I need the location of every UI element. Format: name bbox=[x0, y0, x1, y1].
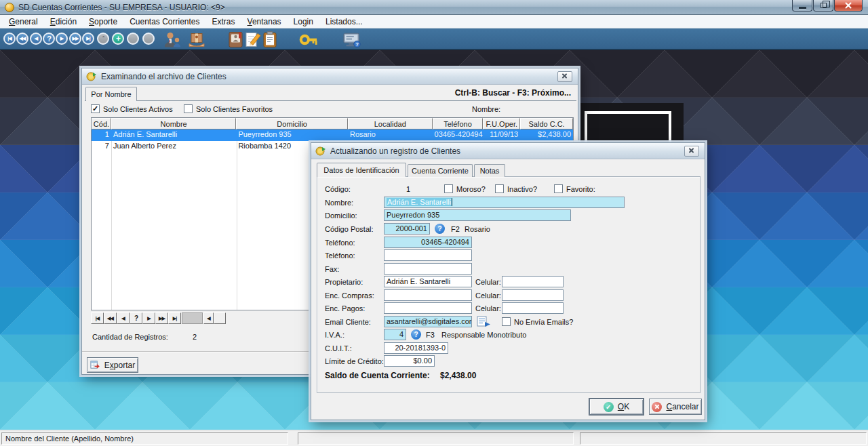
column-header-nombre[interactable]: Nombre bbox=[111, 118, 236, 129]
nav-prev-button[interactable]: ◀ bbox=[30, 33, 42, 45]
iva-field[interactable]: 4 bbox=[384, 329, 406, 340]
clipboard-icon bbox=[262, 31, 277, 49]
grid-header: Cód. Nombre Domicilio Localidad Teléfono… bbox=[92, 118, 573, 129]
menu-general[interactable]: General bbox=[3, 16, 44, 28]
export-button[interactable]: Exportar bbox=[87, 357, 138, 373]
nombre-field[interactable]: Adrián E. Santarelli bbox=[384, 197, 625, 208]
fax-field[interactable] bbox=[384, 263, 472, 275]
favorite-clients-checkbox[interactable] bbox=[184, 104, 193, 113]
add-record-button[interactable]: + bbox=[112, 33, 124, 45]
support-button[interactable]: ? bbox=[342, 31, 361, 49]
close-button[interactable] bbox=[834, 0, 863, 12]
send-email-button[interactable] bbox=[477, 316, 491, 329]
celular3-field[interactable] bbox=[502, 302, 564, 314]
moroso-checkbox[interactable] bbox=[444, 184, 453, 193]
telefono2-field[interactable] bbox=[384, 249, 472, 261]
cell-cod: 1 bbox=[92, 129, 111, 141]
nav-fast-next-button[interactable]: ▶▶ bbox=[69, 33, 81, 45]
contacts-button[interactable] bbox=[228, 31, 244, 49]
grid-nav-next-button[interactable]: ▶ bbox=[142, 312, 155, 324]
menu-ventanas[interactable]: Ventanas bbox=[241, 16, 288, 28]
menu-extras[interactable]: Extras bbox=[206, 16, 241, 28]
hscroll-spacer-button[interactable] bbox=[214, 312, 226, 324]
restore-button[interactable] bbox=[813, 0, 833, 12]
limite-credito-field[interactable]: $0.00 bbox=[384, 355, 435, 367]
telefono1-field[interactable]: 03465-420494 bbox=[384, 237, 472, 248]
nav-search-button[interactable]: ? bbox=[43, 33, 55, 45]
grid-nav-first-button[interactable]: |◀ bbox=[91, 312, 104, 324]
login-key-button[interactable] bbox=[299, 31, 318, 49]
menu-login[interactable]: Login bbox=[288, 16, 319, 28]
grid-nav-prev-button[interactable]: ◀ bbox=[117, 312, 130, 324]
cancel-button[interactable]: Cancelar bbox=[649, 399, 702, 415]
menu-bar: General Edición Soporte Cuentas Corrient… bbox=[0, 15, 868, 28]
cp-localidad-text: Rosario bbox=[465, 225, 490, 233]
tab-cuenta-corriente[interactable]: Cuenta Corriente bbox=[408, 164, 473, 177]
inactivo-checkbox[interactable] bbox=[495, 184, 504, 193]
editor-close-button[interactable] bbox=[684, 146, 699, 157]
grid-nav-fast-next-button[interactable]: ▶▶ bbox=[155, 312, 168, 324]
articles-button[interactable] bbox=[187, 31, 206, 49]
grid-nav-last-button[interactable]: ▶| bbox=[168, 312, 181, 324]
menu-soporte[interactable]: Soporte bbox=[83, 16, 123, 28]
status-text: Nombre del Cliente (Apellido, Nombre) bbox=[5, 434, 134, 443]
domicilio-field[interactable]: Pueyrredon 935 bbox=[384, 209, 571, 221]
minimize-button[interactable] bbox=[792, 0, 812, 12]
clipboard-button[interactable] bbox=[262, 31, 277, 49]
clients-button[interactable] bbox=[163, 31, 182, 49]
tab-notas[interactable]: Notas bbox=[474, 164, 505, 177]
column-header-fuoper[interactable]: F.U.Oper. bbox=[483, 118, 520, 129]
help-badge-icon[interactable] bbox=[435, 224, 445, 234]
favorito-checkbox[interactable] bbox=[554, 184, 563, 193]
tab-datos-identificacion[interactable]: Datos de Identificación bbox=[317, 163, 406, 177]
cell-nombre: Juan Alberto Perez bbox=[111, 141, 236, 153]
tab-strip-line bbox=[85, 100, 576, 101]
cuit-field[interactable]: 20-20181393-0 bbox=[384, 342, 448, 354]
menu-listados[interactable]: Listados... bbox=[319, 16, 369, 28]
column-header-localidad[interactable]: Localidad bbox=[348, 118, 433, 129]
help-badge-icon[interactable] bbox=[411, 329, 421, 340]
iva-f3-key: F3 bbox=[426, 331, 435, 339]
nav-last-button[interactable]: ▶| bbox=[82, 33, 94, 45]
email-label: Email Cliente: bbox=[325, 318, 371, 326]
column-header-cod[interactable]: Cód. bbox=[92, 118, 111, 129]
inactivo-label: Inactivo? bbox=[507, 185, 537, 193]
email-field[interactable]: asantarelli@sdigitales.com bbox=[384, 316, 472, 327]
column-header-telefono[interactable]: Teléfono bbox=[433, 118, 484, 129]
celular2-field[interactable] bbox=[502, 289, 564, 301]
nav-next-button[interactable]: ▶ bbox=[56, 33, 68, 45]
edit-record-button[interactable]: ˆ bbox=[97, 33, 109, 45]
nav-last-icon: ▶| bbox=[86, 36, 90, 41]
active-clients-checkbox[interactable] bbox=[91, 104, 100, 113]
status-panel-2 bbox=[298, 432, 574, 445]
edit-document-button[interactable] bbox=[245, 31, 261, 49]
export-label: Exportar bbox=[104, 361, 135, 370]
tab-por-nombre[interactable]: Por Nombre bbox=[85, 87, 137, 101]
address-book-icon bbox=[228, 31, 244, 49]
no-emails-checkbox[interactable] bbox=[502, 317, 511, 326]
grid-nav-fast-prev-button[interactable]: ◀◀ bbox=[104, 312, 117, 324]
menu-cuentas-corrientes[interactable]: Cuentas Corrientes bbox=[123, 16, 205, 28]
column-header-domicilio[interactable]: Domicilio bbox=[236, 118, 348, 129]
hscroll-left-button[interactable]: ◀ bbox=[203, 312, 214, 324]
enc-pagos-field[interactable] bbox=[384, 302, 472, 314]
nav-first-button[interactable]: |◀ bbox=[3, 33, 16, 45]
restore-icon bbox=[821, 3, 827, 8]
menu-edicion[interactable]: Edición bbox=[44, 16, 83, 28]
search-name-label: Nombre: bbox=[472, 105, 500, 113]
codigo-postal-label: Código Postal: bbox=[325, 225, 374, 233]
enc-compras-field[interactable] bbox=[384, 289, 472, 301]
table-row-selected[interactable]: 1 Adrián E. Santarelli Pueyrredon 935 Ro… bbox=[92, 129, 573, 141]
nav-fast-prev-button[interactable]: ◀◀ bbox=[16, 33, 28, 45]
column-header-saldo[interactable]: Saldo C.C. bbox=[520, 118, 573, 129]
ok-button[interactable]: OK bbox=[589, 399, 644, 415]
codigo-postal-field[interactable]: 2000-001 bbox=[384, 223, 430, 235]
ok-label: OK bbox=[618, 402, 629, 411]
minimize-icon bbox=[799, 7, 806, 9]
propietario-field[interactable]: Adrián E. Santarelli bbox=[384, 276, 472, 287]
application-window: SD Cuentas Corrientes - SU EMPRESA - USU… bbox=[0, 0, 868, 446]
browser-close-button[interactable] bbox=[557, 71, 572, 82]
celular1-field[interactable] bbox=[502, 276, 564, 287]
grid-nav-search-button[interactable]: ? bbox=[130, 312, 142, 324]
hscroll-thumb[interactable] bbox=[182, 312, 203, 324]
